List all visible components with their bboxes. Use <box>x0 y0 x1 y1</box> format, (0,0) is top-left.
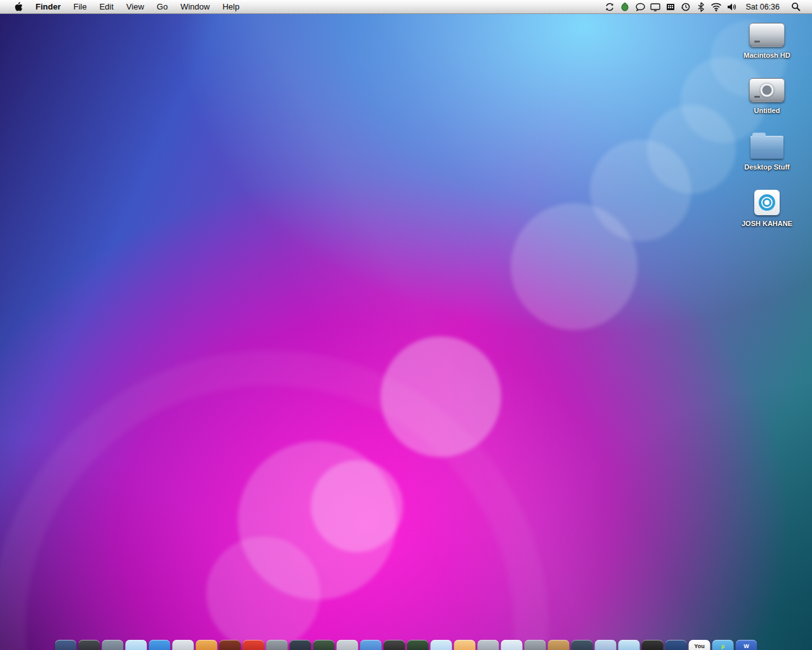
dock-dock-app-08[interactable] <box>219 640 241 650</box>
dock-dock-app-04[interactable] <box>126 640 147 650</box>
desktop-icon-untitled[interactable]: Untitled <box>732 78 802 114</box>
dock-dock-app-12[interactable] <box>313 640 335 650</box>
dock-dock-app-07[interactable] <box>196 640 218 650</box>
dock-dock-app-10[interactable] <box>266 640 288 650</box>
dock-utorrent[interactable]: µ <box>712 640 734 650</box>
dock-terminal[interactable] <box>384 640 405 650</box>
dock-dock-app-14[interactable] <box>360 640 382 650</box>
bluetooth-icon[interactable] <box>693 0 709 13</box>
status-icons <box>602 0 739 13</box>
sync-icon[interactable] <box>602 0 617 13</box>
display-icon[interactable] <box>648 0 663 13</box>
menu-window[interactable]: Window <box>174 0 216 13</box>
dock-dock-app-25[interactable] <box>619 640 640 650</box>
dock-safari[interactable] <box>149 640 171 650</box>
dock-icon-glyph: You <box>694 644 704 649</box>
dock-dock-app-11[interactable] <box>290 640 311 650</box>
icon-label: JOSH KAHANE <box>742 220 792 227</box>
menu-view[interactable]: View <box>120 0 150 13</box>
dock-dock-app-19[interactable] <box>478 640 499 650</box>
dock-system-preferences[interactable] <box>337 640 358 650</box>
icon-label: Macintosh HD <box>743 51 790 59</box>
external-drive-icon <box>749 78 785 102</box>
desktop-icons: Macintosh HD Untitled Desktop Stuff JOSH… <box>732 23 802 227</box>
dock-word[interactable]: W <box>736 640 757 650</box>
dock-dock-app-17[interactable] <box>431 640 452 650</box>
dock-dock-app-22[interactable] <box>548 640 570 650</box>
menubar-status-area: Sat 06:36 <box>602 0 812 13</box>
folder-icon <box>750 136 783 159</box>
menubar-menus: FinderFileEditViewGoWindowHelp <box>29 0 246 13</box>
dock-iphoto[interactable] <box>454 640 476 650</box>
spotlight-menu[interactable] <box>786 0 806 13</box>
time-machine-icon[interactable] <box>678 0 693 13</box>
dock-dock-app-02[interactable] <box>79 640 100 650</box>
desktop-icon-josh-kahane[interactable]: JOSH KAHANE <box>732 190 802 227</box>
desktop[interactable]: Macintosh HD Untitled Desktop Stuff JOSH… <box>0 14 812 650</box>
keyboard-grid-icon[interactable] <box>663 0 678 13</box>
menubar: FinderFileEditViewGoWindowHelp Sat 06:36 <box>0 0 812 14</box>
removable-disk-icon <box>754 190 780 215</box>
dock-youtube[interactable]: You <box>689 640 710 650</box>
hard-drive-icon <box>749 23 785 47</box>
dock-icon-glyph: µ <box>721 644 724 649</box>
wifi-icon[interactable] <box>709 0 724 13</box>
icon-label: Desktop Stuff <box>744 163 790 171</box>
desktop-icon-desktop-stuff[interactable]: Desktop Stuff <box>732 133 802 171</box>
menubar-menus-left: FinderFileEditViewGoWindowHelp <box>0 0 246 13</box>
spotlight-icon <box>791 2 801 11</box>
dock-dock-app-23[interactable] <box>572 640 593 650</box>
dock-dock-app-01[interactable] <box>55 640 77 650</box>
bokeh-circle <box>311 460 403 552</box>
dock-dock-app-27[interactable] <box>665 640 687 650</box>
menu-go[interactable]: Go <box>150 0 174 13</box>
dock-dock-app-09[interactable] <box>243 640 265 650</box>
apple-menu[interactable] <box>8 0 29 13</box>
desktop-icon-macintosh-hd[interactable]: Macintosh HD <box>732 23 802 59</box>
icon-label: Untitled <box>754 107 780 114</box>
dock-dock-app-20[interactable] <box>501 640 523 650</box>
dock-dock-app-06[interactable] <box>173 640 194 650</box>
menu-help[interactable]: Help <box>216 0 246 13</box>
bokeh-circle <box>206 536 320 650</box>
menu-file[interactable]: File <box>67 0 93 13</box>
dock-dock-app-26[interactable] <box>642 640 664 650</box>
menu-finder[interactable]: Finder <box>29 0 67 13</box>
menu-edit[interactable]: Edit <box>93 0 120 13</box>
dock-icon-glyph: W <box>743 644 749 649</box>
menubar-clock[interactable]: Sat 06:36 <box>739 3 786 11</box>
chat-bubble-icon[interactable] <box>632 0 648 13</box>
dock-dock-app-03[interactable] <box>102 640 124 650</box>
apple-icon <box>14 1 23 12</box>
plugin-icon[interactable] <box>617 0 632 13</box>
bokeh-circle <box>381 336 501 457</box>
dock-dock-app-16[interactable] <box>407 640 429 650</box>
dock: YouµW <box>55 640 757 650</box>
volume-icon[interactable] <box>724 0 739 13</box>
dock-dock-app-21[interactable] <box>525 640 546 650</box>
dock-dock-app-24[interactable] <box>595 640 617 650</box>
